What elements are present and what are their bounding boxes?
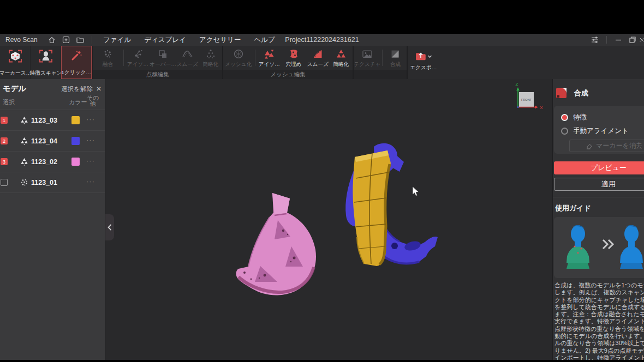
bust-after-icon [620, 225, 643, 269]
group-divider [382, 50, 383, 66]
merge-panel-title: 合成 [574, 88, 588, 98]
selection-order-badge[interactable]: 2 [1, 137, 8, 144]
row-menu-button[interactable]: ··· [86, 115, 95, 123]
revo-scan-app: { "titlebar": { "app_name": "Revo Scan",… [0, 0, 644, 362]
radio-unselected-icon[interactable] [561, 128, 568, 135]
selection-order-badge[interactable]: 1 [1, 117, 8, 124]
feature-scan-button[interactable]: 特徴スキャン [31, 46, 61, 79]
model-yellow-1123_03[interactable] [353, 150, 391, 266]
group-divider [255, 50, 255, 66]
model-blue-yellow-group[interactable] [333, 139, 442, 275]
merge-illustration [554, 217, 644, 278]
mesh-smooth-icon [312, 48, 324, 60]
deselect-all-button[interactable]: 選択を解除 [61, 85, 93, 93]
model-row-1123_03[interactable]: 1 1123_03 ··· [0, 110, 105, 131]
model-checkbox[interactable] [1, 179, 8, 186]
radio-manual-alignment[interactable]: 手動アライメント [561, 126, 629, 136]
home-icon[interactable] [46, 35, 58, 44]
close-button[interactable] [640, 34, 644, 46]
row-menu-button[interactable]: ··· [86, 177, 95, 185]
pc-smooth-button[interactable]: スムーズ [175, 46, 199, 70]
viewport-3d[interactable]: FRONT Z X [105, 79, 552, 360]
new-project-icon[interactable] [60, 35, 72, 44]
toolbar-button-label: テクスチャ [354, 61, 380, 68]
mesh-model-icon [20, 116, 29, 127]
selection-order-badge[interactable]: 3 [1, 158, 8, 165]
open-folder-icon[interactable] [74, 35, 86, 44]
model-panel-title: モデル [3, 84, 26, 94]
panel-collapse-handle[interactable] [105, 214, 114, 240]
axis-gizmo[interactable]: FRONT Z X [508, 81, 546, 113]
model-name: 1123_01 [31, 179, 57, 186]
fuse-button[interactable]: 融合 [93, 46, 122, 70]
usage-guide-title: 使用ガイド [555, 203, 591, 213]
menu-accessory[interactable]: アクセサリー [193, 35, 247, 45]
preview-button[interactable]: プレビュー [554, 161, 644, 174]
color-swatch[interactable] [71, 158, 80, 166]
pc-simplify-button[interactable]: 簡略化 [199, 46, 222, 70]
bottom-letterbox [0, 360, 644, 362]
pc-overlap-button[interactable]: オーバー… [150, 46, 175, 70]
fuse-icon [102, 48, 114, 60]
apply-button-label: 適用 [601, 179, 616, 189]
apply-button[interactable]: 適用 [554, 178, 644, 191]
mesh-isolated-button[interactable]: アイソ… [257, 46, 282, 70]
toolbar-button-label: 簡略化 [203, 61, 219, 68]
menu-file[interactable]: ファイル [97, 35, 138, 45]
merge-button[interactable]: 合成 [384, 46, 407, 70]
mouse-cursor [412, 186, 420, 197]
toolbar-button-label: 合成 [390, 61, 400, 68]
model-row-1123_01[interactable]: 1123_01 ··· [0, 172, 105, 193]
model-panel: モデル 選択を解除 ✕ 選択 カラー その他 1 1123_03 ··· 2 1… [0, 79, 105, 360]
restore-button[interactable] [625, 34, 640, 46]
clear-markers-button[interactable]: マーカーを消去 [569, 140, 644, 152]
bust-before-icon [567, 225, 589, 269]
mesh-model-icon [20, 137, 29, 148]
gizmo-front-label: FRONT [521, 98, 532, 101]
row-menu-button[interactable]: ··· [86, 136, 95, 144]
texture-merge-group: テクスチャ 合成 [353, 46, 407, 79]
radio-selected-icon[interactable] [561, 114, 568, 121]
toolbar-button-label: 特徴スキャン [29, 70, 62, 77]
menu-display[interactable]: ディスプレイ [138, 35, 193, 45]
pc-overlap-icon [157, 48, 169, 60]
column-select: 選択 [3, 98, 15, 106]
settings-tune-icon[interactable] [588, 34, 602, 46]
export-button[interactable]: エクスポ… [408, 49, 439, 78]
model-panel-header: モデル 選択を解除 ✕ [0, 79, 105, 94]
top-letterbox [0, 0, 644, 34]
pointcloud-edit-group: 融合 アイソ… オーバー… [92, 46, 222, 79]
mesh-create-button[interactable]: メッシュ化 [223, 46, 254, 70]
mesh-simplify-button[interactable]: 簡略化 [330, 46, 353, 70]
minimize-button[interactable] [611, 34, 625, 46]
one-click-button[interactable]: 1クリック… [61, 46, 92, 79]
menu-help[interactable]: ヘルプ [247, 35, 281, 45]
close-icon[interactable]: ✕ [96, 85, 102, 93]
mesh-smooth-button[interactable]: スムーズ [306, 46, 330, 70]
titlebar: Revo Scan ファイル ディスプレイ アクセサリー ヘルプ Project… [0, 34, 644, 46]
toolbar-button-label: エクスポ… [410, 64, 437, 71]
preview-button-label: プレビュー [591, 163, 627, 173]
controls-separator [606, 36, 607, 44]
toolbar-button-label: 穴埋め [285, 61, 301, 68]
row-menu-button[interactable]: ··· [86, 156, 95, 165]
model-pink-1123_02[interactable] [226, 185, 325, 305]
toolbar-button-label: アイソ… [258, 61, 279, 68]
eraser-icon [586, 142, 593, 149]
color-swatch[interactable] [71, 137, 80, 145]
mesh-fill-button[interactable]: 穴埋め [282, 46, 306, 70]
merge-icon [389, 48, 401, 60]
marker-scan-button[interactable]: マーカース… [0, 46, 31, 79]
mesh-edit-group: メッシュ化 アイソ… 穴埋め [222, 46, 353, 79]
double-chevron-right-icon [603, 240, 613, 249]
color-swatch[interactable] [71, 116, 80, 124]
texture-button[interactable]: テクスチャ [354, 46, 381, 70]
texture-icon [361, 48, 373, 60]
radio-feature-alignment[interactable]: 特徴 [561, 113, 587, 122]
toolbar-button-label: オーバー… [150, 61, 176, 68]
alignment-options-card: 特徴 手動アライメント マーカーを消去 [554, 106, 644, 154]
pc-simplify-icon [205, 48, 217, 60]
model-row-1123_04[interactable]: 2 1123_04 ··· [0, 131, 105, 152]
model-row-1123_02[interactable]: 3 1123_02 ··· [0, 152, 105, 172]
pc-isolated-button[interactable]: アイソ… [125, 46, 150, 70]
